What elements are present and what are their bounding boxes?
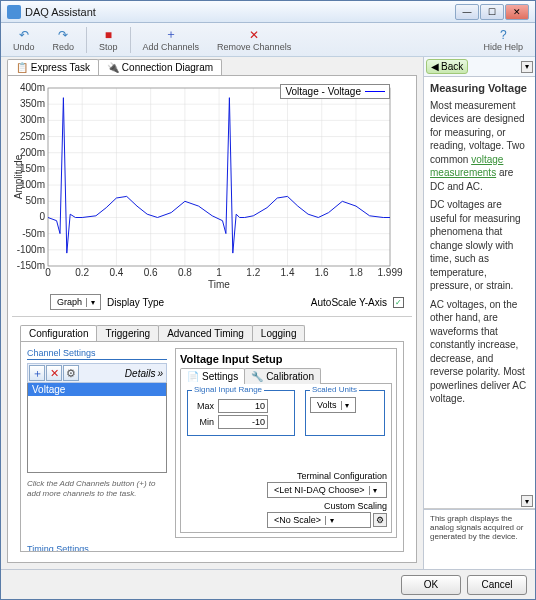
toolbar: ↶Undo ↷Redo ■Stop ＋Add Channels ✕Remove … [1, 23, 535, 57]
hint-text: This graph displays the analog signals a… [424, 509, 535, 569]
stop-icon: ■ [101, 28, 115, 42]
svg-text:0.2: 0.2 [75, 267, 89, 278]
titlebar: DAQ Assistant — ☐ ✕ [1, 1, 535, 23]
channel-hint: Click the Add Channels button (+) to add… [27, 479, 167, 500]
chevron-right-icon: » [157, 368, 163, 379]
hide-help-button[interactable]: ?Hide Help [477, 26, 529, 54]
voltage-setup-title: Voltage Input Setup [180, 353, 392, 365]
hint-collapse-button[interactable]: ▾ [521, 495, 533, 507]
ok-button[interactable]: OK [401, 575, 461, 595]
cancel-button[interactable]: Cancel [467, 575, 527, 595]
help-back-button[interactable]: ◀Back [426, 59, 468, 74]
svg-text:0.6: 0.6 [144, 267, 158, 278]
undo-button[interactable]: ↶Undo [7, 26, 41, 54]
svg-text:1.4: 1.4 [281, 267, 295, 278]
close-button[interactable]: ✕ [505, 4, 529, 20]
svg-text:1.999: 1.999 [377, 267, 402, 278]
svg-text:250m: 250m [20, 131, 45, 142]
svg-text:0: 0 [45, 267, 51, 278]
svg-text:50m: 50m [26, 195, 45, 206]
tab-connection-diagram[interactable]: 🔌 Connection Diagram [98, 59, 222, 75]
svg-text:350m: 350m [20, 98, 45, 109]
chevron-down-icon: ▾ [325, 516, 337, 525]
plus-icon: ＋ [164, 28, 178, 42]
svg-text:300m: 300m [20, 114, 45, 125]
autoscale-label: AutoScale Y-Axis [311, 297, 387, 308]
svg-text:-150m: -150m [17, 260, 45, 271]
undo-icon: ↶ [17, 28, 31, 42]
svg-text:1.8: 1.8 [349, 267, 363, 278]
custom-scaling-select[interactable]: <No Scale>▾ [267, 512, 371, 528]
tab-settings[interactable]: 📄Settings [180, 368, 245, 384]
chevron-down-icon: ▾ [369, 486, 381, 495]
svg-text:1.2: 1.2 [246, 267, 260, 278]
help-title: Measuring Voltage [430, 81, 529, 96]
x-icon: ✕ [247, 28, 261, 42]
tab-express-task[interactable]: 📋 Express Task [7, 59, 99, 75]
maximize-button[interactable]: ☐ [480, 4, 504, 20]
window-title: DAQ Assistant [25, 6, 455, 18]
terminal-config-label: Terminal Configuration [267, 471, 387, 481]
help-p3: AC voltages, on the other hand, are wave… [430, 298, 529, 406]
channel-list[interactable]: Voltage [27, 383, 167, 473]
terminal-config-select[interactable]: <Let NI-DAQ Choose>▾ [267, 482, 387, 498]
display-type-select[interactable]: Graph▾ [50, 294, 101, 310]
back-arrow-icon: ◀ [431, 61, 439, 72]
daq-assistant-window: DAQ Assistant — ☐ ✕ ↶Undo ↷Redo ■Stop ＋A… [0, 0, 536, 600]
tab-triggering[interactable]: Triggering [96, 325, 159, 341]
legend-swatch-icon [365, 91, 385, 93]
tab-logging[interactable]: Logging [252, 325, 306, 341]
chart-area: Voltage - Voltage -150m-100m-50m050m100m… [12, 80, 412, 290]
app-icon [7, 5, 21, 19]
settings-icon: 📄 [187, 371, 199, 382]
custom-scaling-label: Custom Scaling [267, 501, 387, 511]
units-select[interactable]: Volts▾ [310, 397, 356, 413]
tab-configuration[interactable]: Configuration [20, 325, 97, 341]
redo-icon: ↷ [56, 28, 70, 42]
svg-text:0.8: 0.8 [178, 267, 192, 278]
remove-channels-button[interactable]: ✕Remove Channels [211, 26, 297, 54]
channel-config-button[interactable]: ⚙ [63, 365, 79, 381]
min-input[interactable] [218, 415, 268, 429]
channel-item-voltage[interactable]: Voltage [28, 383, 166, 396]
channel-details-button[interactable]: Details » [123, 368, 165, 379]
svg-text:0: 0 [39, 211, 45, 222]
channel-add-button[interactable]: ＋ [29, 365, 45, 381]
add-channels-button[interactable]: ＋Add Channels [137, 26, 206, 54]
units-title: Scaled Units [310, 385, 359, 394]
help-icon: ? [496, 28, 510, 42]
channel-settings-title: Channel Settings [27, 348, 167, 360]
svg-text:Amplitude: Amplitude [13, 154, 24, 199]
svg-text:-100m: -100m [17, 244, 45, 255]
svg-text:Time: Time [208, 279, 230, 290]
autoscale-checkbox[interactable]: ✓ [393, 297, 404, 308]
svg-text:1.6: 1.6 [315, 267, 329, 278]
svg-text:-50m: -50m [22, 228, 45, 239]
channel-remove-button[interactable]: ✕ [46, 365, 62, 381]
tab-advanced-timing[interactable]: Advanced Timing [158, 325, 253, 341]
svg-text:1: 1 [216, 267, 222, 278]
minimize-button[interactable]: — [455, 4, 479, 20]
chevron-down-icon: ▾ [341, 401, 353, 410]
tab-calibration[interactable]: 🔧Calibration [244, 368, 321, 384]
redo-button[interactable]: ↷Redo [47, 26, 81, 54]
calibration-icon: 🔧 [251, 371, 263, 382]
stop-button[interactable]: ■Stop [93, 26, 124, 54]
range-title: Signal Input Range [192, 385, 264, 394]
chevron-down-icon: ▾ [86, 298, 98, 307]
help-collapse-button[interactable]: ▾ [521, 61, 533, 73]
svg-text:400m: 400m [20, 82, 45, 93]
timing-title: Timing Settings [27, 544, 397, 552]
display-type-label: Display Type [107, 297, 164, 308]
chart-legend: Voltage - Voltage [280, 84, 390, 99]
help-p2: DC voltages are useful for measuring phe… [430, 198, 529, 293]
voltage-chart[interactable]: -150m-100m-50m050m100m150m200m250m300m35… [12, 80, 412, 290]
max-input[interactable] [218, 399, 268, 413]
scaling-wizard-button[interactable]: ⚙ [373, 513, 387, 527]
svg-text:0.4: 0.4 [109, 267, 123, 278]
